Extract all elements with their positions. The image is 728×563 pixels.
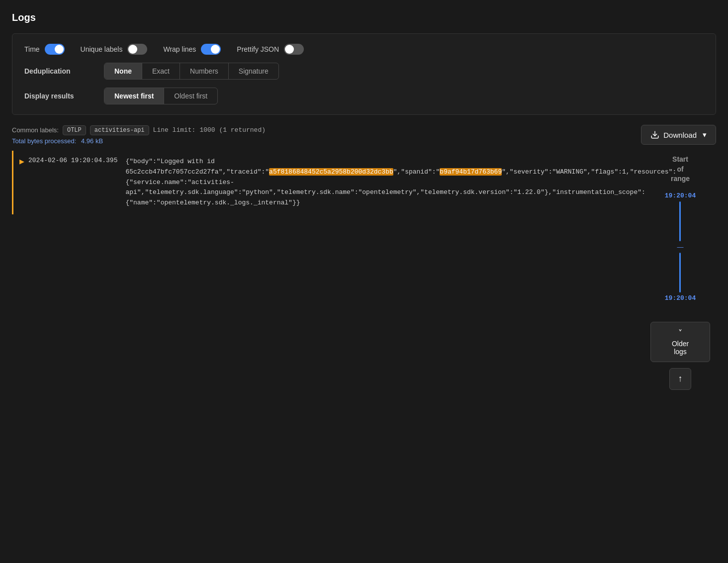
log-traceid-highlight: a5f8186848452c5a2958b200d32dc3bb: [269, 168, 393, 176]
total-bytes-value: 4.96 kB: [81, 137, 103, 145]
page-title: Logs: [12, 12, 716, 23]
display-results-label: Display results: [24, 92, 84, 100]
arrow-up-icon: ↑: [678, 374, 683, 384]
time-range-line-2: [679, 253, 681, 292]
older-logs-button[interactable]: ˅ Olderlogs: [650, 322, 710, 362]
wrap-lines-toggle-group: Wrap lines: [163, 44, 221, 55]
download-chevron-icon: ▾: [703, 130, 707, 139]
prettify-json-toggle[interactable]: [284, 44, 304, 55]
total-bytes-row: Total bytes processed: 4.96 kB: [12, 137, 266, 145]
unique-labels-toggle-group: Unique labels: [81, 44, 148, 55]
info-left: Common labels: OTLP activities-api Line …: [12, 125, 266, 145]
time-range-bar: 19:20:04 — 19:20:04: [665, 192, 696, 302]
deduplication-segment: None Exact Numbers Signature: [104, 63, 279, 80]
page-container: Logs Time Unique labels Wrap lines: [0, 0, 728, 402]
time-start-label: 19:20:04: [665, 192, 696, 199]
unique-labels-toggle[interactable]: [127, 44, 147, 55]
unique-labels-toggle-knob: [128, 45, 137, 54]
log-timestamp: 2024-02-06 19:20:04.395: [28, 157, 117, 164]
label-otlp: OTLP: [63, 125, 86, 135]
log-entry: ▶ 2024-02-06 19:20:04.395 {"body":"Logge…: [12, 151, 637, 214]
dedup-numbers-button[interactable]: Numbers: [180, 63, 229, 79]
common-labels-text: Common labels:: [12, 126, 59, 134]
time-toggle-knob: [55, 45, 64, 54]
download-label: Download: [663, 131, 697, 139]
total-bytes-label: Total bytes processed:: [12, 137, 76, 145]
time-toggle-group: Time: [24, 44, 65, 55]
time-end-label: 19:20:04: [665, 294, 696, 302]
older-logs-label: Olderlogs: [672, 340, 689, 356]
sidebar-panel: Startofrange 19:20:04 — 19:20:04 ˅ Older…: [637, 151, 716, 390]
log-message-mid: ","spanid":": [393, 168, 440, 176]
log-message: {"body":"Logged with id 65c2ccb47bfc7057…: [125, 157, 637, 208]
chevron-down-icon: ˅: [678, 328, 682, 338]
log-content-area: ▶ 2024-02-06 19:20:04.395 {"body":"Logge…: [12, 151, 716, 390]
wrap-lines-toggle-knob: [211, 45, 220, 54]
time-dash: —: [677, 243, 683, 251]
dedup-exact-button[interactable]: Exact: [142, 63, 180, 79]
line-limit-value: 1000 (1 returned): [199, 126, 266, 134]
scroll-to-top-button[interactable]: ↑: [669, 368, 691, 390]
download-button[interactable]: Download ▾: [641, 125, 716, 145]
label-activities-api: activities-api: [90, 125, 149, 135]
prettify-json-toggle-group: Prettify JSON: [237, 44, 304, 55]
wrap-lines-label: Wrap lines: [163, 45, 196, 53]
unique-labels-label: Unique labels: [81, 45, 123, 53]
time-label: Time: [24, 45, 40, 53]
log-spanid-highlight: b9af94b17d763b69: [440, 168, 502, 176]
deduplication-label: Deduplication: [24, 67, 84, 75]
start-of-range-label: Startofrange: [671, 151, 690, 184]
info-bar: Common labels: OTLP activities-api Line …: [12, 125, 716, 145]
download-icon: [650, 130, 659, 139]
display-results-row: Display results Newest first Oldest firs…: [24, 88, 704, 104]
wrap-lines-toggle[interactable]: [201, 44, 221, 55]
log-entries: ▶ 2024-02-06 19:20:04.395 {"body":"Logge…: [12, 151, 637, 390]
time-toggle[interactable]: [45, 44, 65, 55]
toggles-row: Time Unique labels Wrap lines Prettify J…: [24, 44, 704, 55]
time-range-line: [679, 201, 681, 241]
line-limit-label: Line limit:: [153, 126, 196, 134]
dedup-signature-button[interactable]: Signature: [229, 63, 278, 79]
prettify-json-toggle-knob: [285, 45, 294, 54]
expand-icon[interactable]: ▶: [19, 158, 24, 165]
log-message-pre: {"body":"Logged with id 65c2ccb47bfc7057…: [125, 158, 269, 176]
newest-first-button[interactable]: Newest first: [104, 88, 164, 104]
common-labels-row: Common labels: OTLP activities-api Line …: [12, 125, 266, 135]
controls-panel: Time Unique labels Wrap lines Prettify J…: [12, 33, 716, 115]
prettify-json-label: Prettify JSON: [237, 45, 279, 53]
deduplication-row: Deduplication None Exact Numbers Signatu…: [24, 63, 704, 80]
display-results-segment: Newest first Oldest first: [104, 88, 218, 104]
dedup-none-button[interactable]: None: [104, 63, 142, 79]
oldest-first-button[interactable]: Oldest first: [164, 88, 217, 104]
